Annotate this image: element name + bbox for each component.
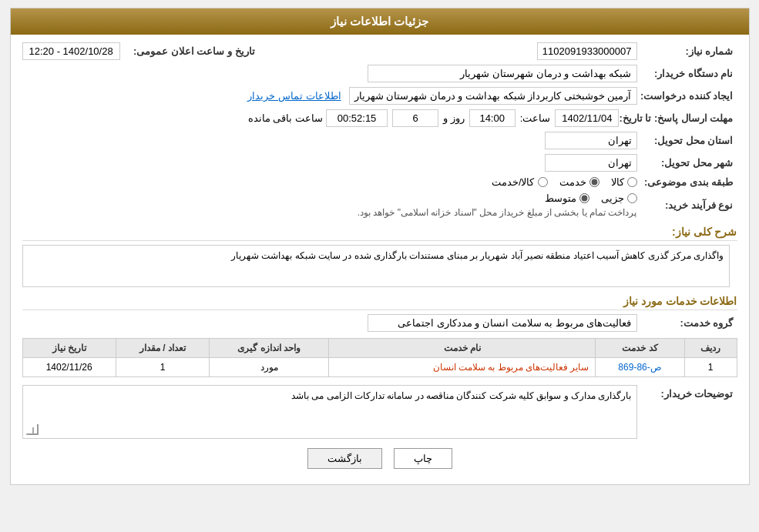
main-container: جزئیات اطلاعات نیاز شماره نیاز: 11020919… — [10, 8, 750, 485]
category-radio-khedmat[interactable] — [589, 177, 599, 187]
header-title: جزئیات اطلاعات نیاز — [331, 15, 428, 28]
response-remaining: 00:52:15 — [326, 109, 388, 127]
purchase-type-radio-jozi[interactable] — [627, 193, 637, 203]
purchase-type-jozi: جزیی — [601, 192, 637, 204]
description-section-title: شرح کلی نیاز: — [22, 226, 737, 241]
city-value: تهران — [545, 154, 637, 172]
response-deadline-label: مهلت ارسال پاسخ: تا تاریخ: — [619, 112, 737, 124]
purchase-note: پرداخت تمام یا بخشی از مبلغ خریداز محل "… — [358, 207, 637, 218]
category-option-kala: کالا — [611, 176, 637, 188]
province-row: استان محل تحویل: تهران — [22, 132, 737, 149]
category-label-kala: کالا — [611, 176, 624, 188]
response-days: 6 — [392, 109, 438, 127]
content-area: شماره نیاز: 1102091933000007 تاریخ و ساع… — [11, 35, 749, 484]
print-button[interactable]: چاپ — [394, 448, 452, 469]
city-label: شهر محل تحویل: — [637, 157, 737, 169]
province-label: استان محل تحویل: — [637, 135, 737, 146]
announce-value: 1402/10/28 - 12:20 — [22, 42, 120, 60]
purchase-type-motevasset: متوسط — [545, 192, 589, 204]
table-row: 1 ص-86-869 سایر فعالیت‌های مربوط به سلام… — [22, 358, 737, 377]
response-days-label: روز و — [443, 112, 465, 124]
response-time: 14:00 — [469, 109, 516, 127]
category-radio-group: کالا خدمت کالا/خدمت — [492, 176, 637, 188]
page-header: جزئیات اطلاعات نیاز — [11, 8, 749, 35]
services-section-title: اطلاعات خدمات مورد نیاز — [22, 295, 737, 310]
col-header-date: تاریخ نیاز — [22, 339, 116, 358]
cell-quantity: 1 — [116, 358, 209, 377]
buyer-org-label: نام دستگاه خریدار: — [637, 68, 737, 79]
category-label-kala-khedmat: کالا/خدمت — [492, 176, 535, 188]
cell-row-num: 1 — [684, 358, 737, 377]
category-radio-kala[interactable] — [627, 177, 637, 187]
category-label: طبقه بندی موضوعی: — [637, 176, 737, 188]
purchase-type-label: نوع فرآیند خرید: — [637, 199, 737, 211]
description-row: واگذاری مرکز گذری کاهش آسیب اعتیاد منطقه… — [22, 245, 737, 287]
category-option-khedmat: خدمت — [559, 176, 599, 188]
response-time-label: ساعت: — [520, 112, 551, 124]
col-header-unit: واحد اندازه گیری — [210, 339, 329, 358]
cell-service-name: سایر فعالیت‌های مربوط به سلامت انسان — [329, 358, 596, 377]
description-label: شرح کلی نیاز: — [672, 226, 737, 238]
service-code-value: ص-86-869 — [618, 362, 661, 373]
purchase-type-radio-group: جزیی متوسط — [358, 192, 637, 204]
buyer-desc-row: توضیحات خریدار: بارگذاری مدارک و سوابق ک… — [22, 385, 737, 439]
announce-label: تاریخ و ساعت اعلان عمومی: — [120, 45, 259, 57]
buttons-row: چاپ بازگشت — [22, 448, 737, 469]
buyer-desc-label: توضیحات خریدار: — [637, 385, 737, 400]
cell-date: 1402/11/26 — [22, 358, 116, 377]
province-value: تهران — [545, 132, 637, 149]
need-number-label: شماره نیاز: — [637, 45, 737, 57]
purchase-type-row: نوع فرآیند خرید: جزیی متوسط پرداخت تمام … — [22, 192, 737, 218]
buyer-desc-text: بارگذاری مدارک و سوابق کلیه شرکت کنندگان… — [291, 390, 631, 401]
response-deadline-row: مهلت ارسال پاسخ: تا تاریخ: 1402/11/04 سا… — [22, 109, 737, 127]
service-group-value: فعالیت‌های مربوط به سلامت انسان و مددکار… — [368, 314, 637, 332]
back-button[interactable]: بازگشت — [307, 448, 382, 469]
creator-label: ایجاد کننده درخواست: — [637, 90, 737, 102]
buyer-desc-value: بارگذاری مدارک و سوابق کلیه شرکت کنندگان… — [22, 385, 637, 439]
col-header-service-code: کد خدمت — [596, 339, 685, 358]
category-option-kala-khedmat: کالا/خدمت — [492, 176, 548, 188]
services-table: ردیف کد خدمت نام خدمت واحد اندازه گیری ت… — [22, 338, 737, 377]
table-header-row: ردیف کد خدمت نام خدمت واحد اندازه گیری ت… — [22, 339, 737, 358]
services-table-body: 1 ص-86-869 سایر فعالیت‌های مربوط به سلام… — [22, 358, 737, 377]
buyer-org-value: شبکه بهداشت و درمان شهرستان شهریار — [368, 65, 637, 82]
cell-service-code: ص-86-869 — [596, 358, 685, 377]
purchase-type-label-motevasset: متوسط — [545, 192, 576, 204]
purchase-type-label-jozi: جزیی — [601, 192, 624, 204]
need-number-value: 1102091933000007 — [537, 42, 637, 60]
buyer-desc-container: بارگذاری مدارک و سوابق کلیه شرکت کنندگان… — [22, 385, 637, 439]
need-number-row: شماره نیاز: 1102091933000007 تاریخ و ساع… — [22, 42, 737, 60]
category-radio-kala-khedmat[interactable] — [538, 177, 548, 187]
creator-value: آرمین خوشبختی کاربرداز شبکه بهداشت و درم… — [349, 87, 637, 105]
description-value: واگذاری مرکز گذری کاهش آسیب اعتیاد منطقه… — [22, 245, 730, 287]
service-group-label: گروه خدمت: — [637, 317, 737, 329]
response-remaining-label: ساعت باقی مانده — [248, 112, 323, 124]
city-row: شهر محل تحویل: تهران — [22, 154, 737, 172]
purchase-type-radio-motevasset[interactable] — [579, 193, 589, 203]
col-header-row-num: ردیف — [684, 339, 737, 358]
service-group-row: گروه خدمت: فعالیت‌های مربوط به سلامت انس… — [22, 314, 737, 332]
creator-row: ایجاد کننده درخواست: آرمین خوشبختی کاربر… — [22, 87, 737, 105]
cell-unit: مورد — [210, 358, 329, 377]
response-date: 1402/11/04 — [555, 109, 619, 127]
col-header-quantity: تعداد / مقدار — [116, 339, 209, 358]
col-header-service-name: نام خدمت — [329, 339, 596, 358]
buyer-org-row: نام دستگاه خریدار: شبکه بهداشت و درمان ش… — [22, 65, 737, 82]
contact-link[interactable]: اطلاعات تماس خریدار — [247, 90, 341, 102]
services-table-header: ردیف کد خدمت نام خدمت واحد اندازه گیری ت… — [22, 339, 737, 358]
category-row: طبقه بندی موضوعی: کالا خدمت کالا/خدمت — [22, 176, 737, 188]
purchase-type-options: جزیی متوسط پرداخت تمام یا بخشی از مبلغ خ… — [358, 192, 637, 218]
category-label-khedmat: خدمت — [559, 176, 586, 188]
resize-handle[interactable] — [26, 427, 34, 435]
